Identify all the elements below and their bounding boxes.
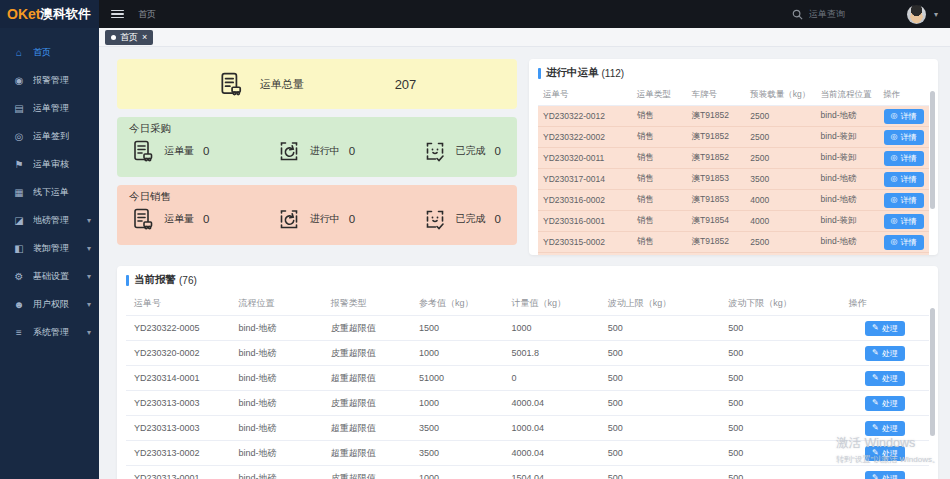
panel-title-count: (112) bbox=[602, 68, 625, 79]
table-cell: bind-地磅 bbox=[816, 253, 879, 256]
handle-button[interactable]: ✎处理 bbox=[865, 346, 905, 361]
table-row: YD230316-0002销售澳T918534000bind-地磅◎详情 bbox=[538, 190, 929, 211]
top-header: 首页 ▾ bbox=[99, 0, 950, 28]
handle-button[interactable]: ✎处理 bbox=[865, 446, 905, 461]
action-cell: ◎详情 bbox=[878, 127, 929, 148]
stat-value: 0 bbox=[203, 213, 209, 225]
detail-button[interactable]: ◎详情 bbox=[884, 172, 924, 187]
sidebar-item-loading[interactable]: ◧装卸管理▾ bbox=[0, 234, 99, 262]
avatar-caret-icon[interactable]: ▾ bbox=[934, 10, 938, 19]
tab-home[interactable]: 首页 × bbox=[105, 30, 153, 45]
page-content: 运单总量 207 今日采购 运单量 0 bbox=[99, 47, 950, 479]
table-cell: bind-地磅 bbox=[230, 416, 322, 441]
column-header: 操作 bbox=[878, 85, 929, 106]
handle-button[interactable]: ✎处理 bbox=[865, 371, 905, 386]
table-cell: 销售 bbox=[632, 127, 687, 148]
table-cell: 500 bbox=[600, 416, 720, 441]
table-cell: 销售 bbox=[632, 148, 687, 169]
search-icon[interactable] bbox=[792, 9, 803, 20]
detail-button[interactable]: ◎详情 bbox=[884, 235, 924, 250]
table-row: YD230316-0001销售澳T918544000bind-装卸◎详情 bbox=[538, 211, 929, 232]
panel-title-text: 当前报警 bbox=[134, 273, 176, 287]
table-cell: 500 bbox=[720, 366, 840, 391]
table-cell: bind-地磅 bbox=[230, 341, 322, 366]
table-cell: 500 bbox=[600, 441, 720, 466]
sidebar: OKet澳科软件 ⌂首页◉报警管理▤运单管理◎运单签到⚑运单审核▦线下运单◪地磅… bbox=[0, 0, 99, 479]
alarms-panel-title: 当前报警 (76) bbox=[126, 273, 929, 287]
action-cell: ✎处理 bbox=[841, 441, 929, 466]
sidebar-item-checkin[interactable]: ◎运单签到 bbox=[0, 122, 99, 150]
edit-icon: ✎ bbox=[872, 349, 879, 357]
detail-icon: ◎ bbox=[891, 154, 898, 162]
sidebar-item-label: 用户权限 bbox=[33, 298, 87, 311]
purchase-completed-stat: 已完成 0 bbox=[423, 139, 501, 163]
detail-button[interactable]: ◎详情 bbox=[884, 130, 924, 145]
hamburger-menu-icon[interactable] bbox=[111, 10, 124, 19]
table-cell: YD230314-0001 bbox=[126, 366, 230, 391]
table-cell: YD230313-0002 bbox=[126, 441, 230, 466]
gear-icon: ⚙ bbox=[13, 271, 25, 282]
table-row: YD230320-0011销售澳T918522500bind-装卸◎详情 bbox=[538, 148, 929, 169]
sidebar-menu: ⌂首页◉报警管理▤运单管理◎运单签到⚑运单审核▦线下运单◪地磅管理▾◧装卸管理▾… bbox=[0, 28, 99, 346]
sidebar-item-alarm[interactable]: ◉报警管理 bbox=[0, 66, 99, 94]
sidebar-item-offline[interactable]: ▦线下运单 bbox=[0, 178, 99, 206]
sidebar-item-waybill[interactable]: ▤运单管理 bbox=[0, 94, 99, 122]
detail-icon: ◎ bbox=[891, 133, 898, 141]
detail-button[interactable]: ◎详情 bbox=[884, 193, 924, 208]
home-icon: ⌂ bbox=[13, 47, 25, 58]
edit-icon: ✎ bbox=[872, 324, 879, 332]
tab-close-icon[interactable]: × bbox=[142, 33, 147, 42]
stat-value: 0 bbox=[349, 213, 355, 225]
table-cell: bind-装卸 bbox=[816, 148, 879, 169]
table-row: YD230320-0002bind-地磅皮重超限值10005001.850050… bbox=[126, 341, 929, 366]
column-header: 操作 bbox=[841, 292, 929, 316]
handle-button[interactable]: ✎处理 bbox=[865, 396, 905, 411]
table-cell: 澳T91853 bbox=[687, 169, 746, 190]
scrollbar[interactable] bbox=[930, 91, 935, 209]
loading-icon: ◧ bbox=[13, 243, 25, 254]
handle-button[interactable]: ✎处理 bbox=[865, 471, 905, 479]
handle-button[interactable]: ✎处理 bbox=[865, 321, 905, 336]
offline-order-icon: ▦ bbox=[13, 187, 25, 198]
stat-value: 0 bbox=[495, 145, 501, 157]
sidebar-item-home[interactable]: ⌂首页 bbox=[0, 38, 99, 66]
table-cell: 4000.04 bbox=[503, 441, 599, 466]
panel-title-text: 进行中运单 bbox=[546, 66, 599, 80]
system-icon: ≡ bbox=[13, 327, 25, 338]
table-cell: bind-地磅 bbox=[816, 232, 879, 253]
action-cell: ✎处理 bbox=[841, 466, 929, 479]
logo-brand: OKet bbox=[7, 6, 40, 22]
sidebar-item-base-setting[interactable]: ⚙基础设置▾ bbox=[0, 262, 99, 290]
column-header: 报警类型 bbox=[323, 292, 411, 316]
today-sales-card: 今日销售 运单量 0 进行中 0 bbox=[117, 185, 517, 245]
sidebar-item-system[interactable]: ≡系统管理▾ bbox=[0, 318, 99, 346]
handle-button[interactable]: ✎处理 bbox=[865, 421, 905, 436]
table-row: YD230322-0005bind-地磅皮重超限值15001000500500✎… bbox=[126, 316, 929, 341]
detail-button[interactable]: ◎详情 bbox=[884, 151, 924, 166]
edit-icon: ✎ bbox=[872, 449, 879, 457]
detail-icon: ◎ bbox=[891, 196, 898, 204]
table-cell: 0 bbox=[503, 366, 599, 391]
table-cell: 1000 bbox=[411, 466, 503, 479]
table-cell: 超重超限值 bbox=[323, 366, 411, 391]
today-purchase-card: 今日采购 运单量 0 进行中 0 bbox=[117, 117, 517, 177]
purchase-inprogress-stat: 进行中 0 bbox=[277, 139, 355, 163]
scrollbar[interactable] bbox=[930, 308, 935, 436]
sales-card-title: 今日销售 bbox=[129, 190, 505, 204]
table-cell: 皮重超限值 bbox=[323, 391, 411, 416]
table-cell: YD230313-0005 bbox=[538, 253, 632, 256]
detail-icon: ◎ bbox=[891, 238, 898, 246]
table-cell: 2500 bbox=[745, 127, 815, 148]
search-input[interactable] bbox=[809, 9, 899, 19]
sidebar-item-audit[interactable]: ⚑运单审核 bbox=[0, 150, 99, 178]
avatar[interactable] bbox=[907, 5, 926, 24]
detail-button[interactable]: ◎详情 bbox=[884, 109, 924, 124]
table-cell: 澳T91853 bbox=[687, 190, 746, 211]
sidebar-item-weighbridge[interactable]: ◪地磅管理▾ bbox=[0, 206, 99, 234]
sidebar-item-label: 地磅管理 bbox=[33, 214, 87, 227]
sidebar-item-user-perm[interactable]: ☻用户权限▾ bbox=[0, 290, 99, 318]
sidebar-item-label: 基础设置 bbox=[33, 270, 87, 283]
detail-button[interactable]: ◎详情 bbox=[884, 214, 924, 229]
ongoing-panel-title: 进行中运单 (112) bbox=[538, 66, 929, 80]
sales-completed-stat: 已完成 0 bbox=[423, 207, 501, 231]
